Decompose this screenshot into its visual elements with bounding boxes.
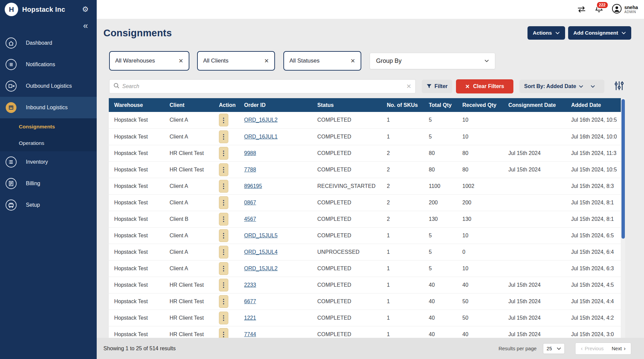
order-id-link[interactable]: ORD_15JUL2 bbox=[244, 266, 278, 271]
group-by-select[interactable]: Group By bbox=[370, 53, 495, 69]
col-order-id[interactable]: Order ID bbox=[239, 98, 312, 112]
row-actions-button[interactable]: ⋮ bbox=[219, 114, 228, 126]
sidebar-item-inventory[interactable]: Inventory bbox=[0, 151, 97, 173]
order-id-link[interactable]: 0867 bbox=[244, 200, 256, 205]
cell-skus: 1 bbox=[381, 260, 423, 277]
cell-added-date: Jul 16th 2024, 10:5 bbox=[566, 112, 621, 128]
collapse-sidebar-icon[interactable]: « bbox=[83, 21, 88, 30]
col-received-qty[interactable]: Received Qty bbox=[457, 98, 503, 112]
sort-by-dropdown[interactable]: Sort By: Added Date bbox=[519, 80, 604, 93]
scrollbar-thumb[interactable] bbox=[622, 99, 625, 239]
inbound-submenu: Consignments Operations bbox=[0, 118, 97, 151]
row-actions-button[interactable]: ⋮ bbox=[219, 279, 228, 291]
search-clear-icon[interactable]: ✕ bbox=[406, 83, 411, 90]
table-row[interactable]: Hopstack Test HR Client Test ⋮ 2233 COMP… bbox=[109, 277, 621, 293]
order-id-link[interactable]: ORD_15JUL5 bbox=[244, 233, 278, 238]
row-actions-button[interactable]: ⋮ bbox=[219, 180, 228, 193]
cell-client: Client B bbox=[164, 211, 214, 227]
table-row[interactable]: Hopstack Test Client A ⋮ ORD_15JUL2 COMP… bbox=[109, 260, 621, 277]
col-skus[interactable]: No. of SKUs bbox=[381, 98, 423, 112]
cell-warehouse: Hopstack Test bbox=[109, 277, 164, 293]
order-id-link[interactable]: ORD_16JUL1 bbox=[244, 134, 278, 139]
table-row[interactable]: Hopstack Test HR Client Test ⋮ 6677 COMP… bbox=[109, 293, 621, 310]
order-id-link[interactable]: ORD_16JUL2 bbox=[244, 117, 278, 123]
chevron-down-icon bbox=[485, 59, 489, 62]
table-row[interactable]: Hopstack Test Client A ⋮ ORD_15JUL4 UNPR… bbox=[109, 244, 621, 260]
sidebar-subitem-consignments[interactable]: Consignments bbox=[0, 118, 97, 135]
table-row[interactable]: Hopstack Test Client A ⋮ 0867 COMPLETED … bbox=[109, 194, 621, 211]
order-id-link[interactable]: 896195 bbox=[244, 183, 262, 189]
cell-total-qty: 40 bbox=[423, 326, 457, 338]
sidebar-item-outbound-logistics[interactable]: Outbound Logistics bbox=[0, 75, 97, 97]
column-settings-icon[interactable] bbox=[614, 81, 624, 92]
sidebar-item-label: Notifications bbox=[26, 62, 55, 68]
page-size-select[interactable]: 25 bbox=[543, 343, 565, 354]
table-row[interactable]: Hopstack Test HR Client Test ⋮ 7788 COMP… bbox=[109, 161, 621, 178]
cell-order-id: 0867 bbox=[239, 194, 312, 211]
sidebar-item-notifications[interactable]: Notifications bbox=[0, 54, 97, 75]
search-input[interactable] bbox=[122, 83, 406, 89]
sidebar-item-billing[interactable]: Billing bbox=[0, 173, 97, 194]
row-actions-button[interactable]: ⋮ bbox=[219, 163, 228, 176]
actions-button[interactable]: Actions bbox=[527, 26, 565, 40]
client-filter[interactable]: All Clients ✕ bbox=[197, 51, 275, 71]
sidebar-item-dashboard[interactable]: Dashboard bbox=[0, 32, 97, 54]
col-status[interactable]: Status bbox=[312, 98, 381, 112]
order-id-link[interactable]: 4567 bbox=[244, 216, 256, 222]
add-consignment-button[interactable]: Add Consignment bbox=[568, 26, 631, 40]
previous-page-button[interactable]: ‹ Previous bbox=[577, 346, 608, 352]
warehouse-filter[interactable]: All Warehouses ✕ bbox=[109, 51, 189, 71]
order-id-link[interactable]: 2233 bbox=[244, 282, 256, 288]
col-added-date[interactable]: Added Date bbox=[566, 98, 621, 112]
row-actions-button[interactable]: ⋮ bbox=[219, 262, 228, 275]
filter-button[interactable]: Filter bbox=[422, 80, 452, 93]
sidebar-item-inbound-logistics[interactable]: Inbound Logistics bbox=[0, 97, 97, 118]
clear-client-filter-icon[interactable]: ✕ bbox=[264, 57, 269, 65]
row-actions-button[interactable]: ⋮ bbox=[219, 196, 228, 209]
order-id-link[interactable]: 7788 bbox=[244, 167, 256, 172]
table-row[interactable]: Hopstack Test Client B ⋮ 4567 COMPLETED … bbox=[109, 211, 621, 227]
row-actions-button[interactable]: ⋮ bbox=[219, 229, 228, 242]
table-row[interactable]: Hopstack Test HR Client Test ⋮ 7744 COMP… bbox=[109, 326, 621, 338]
row-actions-button[interactable]: ⋮ bbox=[219, 312, 228, 324]
table-row[interactable]: Hopstack Test Client A ⋮ ORD_16JUL1 COMP… bbox=[109, 128, 621, 145]
col-total-qty[interactable]: Total Qty bbox=[423, 98, 457, 112]
order-id-link[interactable]: 1221 bbox=[244, 315, 256, 321]
sidebar-subitem-operations[interactable]: Operations bbox=[0, 135, 97, 151]
table-row[interactable]: Hopstack Test Client A ⋮ ORD_16JUL2 COMP… bbox=[109, 112, 621, 128]
row-actions-button[interactable]: ⋮ bbox=[219, 213, 228, 226]
order-id-link[interactable]: 9988 bbox=[244, 150, 256, 156]
col-client[interactable]: Client bbox=[164, 98, 214, 112]
cell-skus: 1 bbox=[381, 293, 423, 310]
clear-warehouse-filter-icon[interactable]: ✕ bbox=[179, 57, 183, 65]
table-row[interactable]: Hopstack Test Client A ⋮ ORD_15JUL5 COMP… bbox=[109, 227, 621, 244]
notifications-bell[interactable]: 222 bbox=[595, 4, 603, 14]
sidebar-item-setup[interactable]: Setup bbox=[0, 194, 97, 216]
order-id-link[interactable]: ORD_15JUL4 bbox=[244, 249, 278, 255]
table-row[interactable]: Hopstack Test HR Client Test ⋮ 9988 COMP… bbox=[109, 145, 621, 161]
clear-status-filter-icon[interactable]: ✕ bbox=[351, 57, 355, 65]
next-page-button[interactable]: Next › bbox=[608, 346, 630, 352]
table-row[interactable]: Hopstack Test Client A ⋮ 896195 RECEIVIN… bbox=[109, 178, 621, 194]
transfer-arrows-icon[interactable] bbox=[577, 6, 586, 13]
row-actions-button[interactable]: ⋮ bbox=[219, 328, 228, 338]
cell-added-date: Jul 15th 2024, 11:3 bbox=[566, 145, 621, 161]
order-id-link[interactable]: 6677 bbox=[244, 298, 256, 304]
table-scrollbar[interactable] bbox=[621, 98, 625, 338]
cell-added-date: Jul 15th 2024, 6:3 bbox=[566, 260, 621, 277]
row-actions-button[interactable]: ⋮ bbox=[219, 295, 228, 308]
pager: ‹ Previous Next › bbox=[575, 343, 631, 355]
user-menu[interactable]: sneha ADMIN bbox=[612, 4, 638, 15]
col-consignment-date[interactable]: Consignment Date bbox=[503, 98, 566, 112]
cell-warehouse: Hopstack Test bbox=[109, 260, 164, 277]
clear-filters-button[interactable]: ✕ Clear Filters bbox=[456, 79, 513, 93]
row-actions-button[interactable]: ⋮ bbox=[219, 147, 228, 160]
order-id-link[interactable]: 7744 bbox=[244, 331, 256, 337]
row-actions-button[interactable]: ⋮ bbox=[219, 130, 228, 143]
table-row[interactable]: Hopstack Test HR Client Test ⋮ 1221 COMP… bbox=[109, 310, 621, 326]
gear-icon[interactable]: ⚙ bbox=[82, 5, 89, 14]
row-actions-button[interactable]: ⋮ bbox=[219, 246, 228, 258]
cell-received-qty: 10 bbox=[457, 112, 503, 128]
col-warehouse[interactable]: Warehouse bbox=[109, 98, 164, 112]
status-filter[interactable]: All Statuses ✕ bbox=[283, 51, 361, 71]
